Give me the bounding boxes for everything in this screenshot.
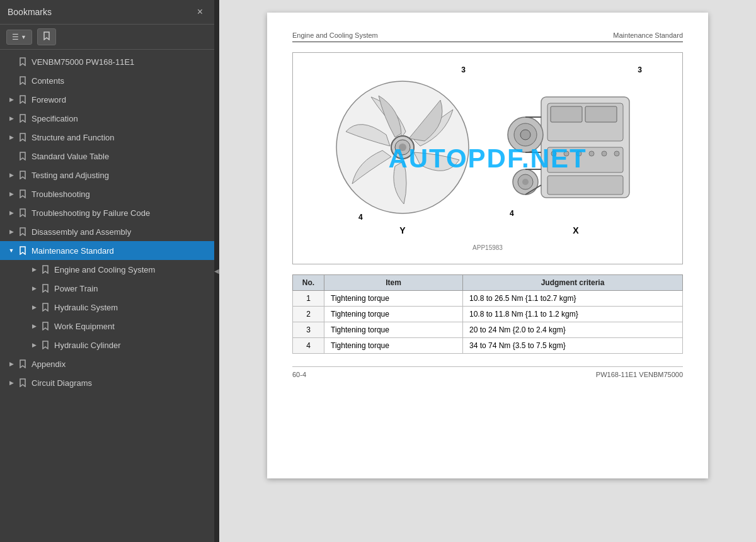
list-view-button[interactable]: ☰ ▼ (6, 30, 32, 45)
table-row: 3 Tightening torque 20 to 24 Nm {2.0 to … (293, 322, 683, 338)
bookmark-icon-hydraulic-system (40, 302, 50, 312)
bookmark-icon-power-train (40, 283, 50, 293)
resize-handle[interactable] (214, 0, 219, 542)
expand-circuit-diagrams: ▶ (6, 380, 16, 386)
sidebar-label-foreword: Foreword (32, 95, 66, 104)
label-4-left: 4 (358, 213, 363, 222)
sidebar-item-work-equipment[interactable]: ▶ Work Equipment (0, 317, 214, 336)
sidebar-label-power-train: Power Train (54, 284, 98, 293)
table-cell-no: 1 (293, 291, 324, 307)
diagram-label-y: Y (399, 225, 405, 235)
svg-point-22 (551, 151, 556, 156)
sidebar-toolbar: ☰ ▼ (0, 25, 214, 50)
table-cell-item: Tightening torque (324, 307, 463, 322)
svg-point-12 (520, 130, 530, 140)
app-id: APP15983 (472, 244, 503, 251)
sidebar-label-specification: Specification (32, 114, 78, 123)
sidebar-item-troubleshooting-fc[interactable]: ▶ Troubleshooting by Failure Code (0, 203, 214, 222)
sidebar-item-specification[interactable]: ▶ Specification (0, 109, 214, 128)
expand-engine-cooling: ▶ (29, 266, 39, 273)
svg-point-17 (522, 179, 529, 185)
collapse-maintenance: ▼ (6, 247, 16, 254)
expand-disassembly: ▶ (6, 229, 16, 235)
sidebar-label-work-equipment: Work Equipment (54, 322, 115, 331)
sidebar-item-svt[interactable]: Standard Value Table (0, 147, 214, 166)
bookmark-view-button[interactable] (37, 28, 56, 45)
table-cell-criteria: 34 to 74 Nm {3.5 to 7.5 kgm} (463, 338, 683, 354)
expand-testing: ▶ (6, 172, 16, 178)
table-cell-item: Tightening torque (324, 322, 463, 338)
sidebar-item-maintenance[interactable]: ▼ Maintenance Standard (0, 241, 214, 260)
bookmark-icon-appendix (18, 359, 28, 369)
svg-point-27 (614, 151, 619, 156)
table-row: 2 Tightening torque 10.8 to 11.8 Nm {1.1… (293, 307, 683, 322)
sidebar-label-engine-cooling: Engine and Cooling System (54, 265, 155, 274)
svg-point-26 (602, 151, 607, 156)
bookmark-icon-work-equipment (40, 321, 50, 331)
expand-specification: ▶ (6, 115, 16, 121)
sidebar-label-structure: Structure and Function (32, 133, 115, 142)
sidebar-label-maintenance: Maintenance Standard (32, 246, 114, 256)
bookmark-icon-circuit-diagrams (18, 378, 28, 388)
sidebar-item-testing[interactable]: ▶ Testing and Adjusting (0, 166, 214, 184)
page-footer-left: 60-4 (292, 371, 306, 378)
bookmark-icon-venbm (18, 57, 28, 67)
chevron-down-icon: ▼ (21, 34, 26, 40)
bookmark-icon-troubleshooting (18, 189, 28, 199)
close-button[interactable]: × (193, 5, 207, 19)
table-row: 1 Tightening torque 10.8 to 26.5 Nm {1.1… (293, 291, 683, 307)
label-3-left: 3 (461, 65, 466, 74)
table-header-no: No. (293, 275, 324, 291)
sidebar-label-disassembly: Disassembly and Assembly (32, 227, 131, 237)
bookmark-icon-foreword (18, 94, 28, 104)
sidebar-item-power-train[interactable]: ▶ Power Train (0, 279, 214, 298)
sidebar-item-circuit-diagrams[interactable]: ▶ Circuit Diagrams (0, 373, 214, 392)
expand-foreword: ▶ (6, 96, 16, 103)
bookmark-icon-structure (18, 132, 28, 142)
table-cell-item: Tightening torque (324, 338, 463, 354)
sidebar-item-contents[interactable]: Contents (0, 71, 214, 90)
table-row: 4 Tightening torque 34 to 74 Nm {3.5 to … (293, 338, 683, 354)
bookmark-icon (43, 31, 50, 42)
table-cell-criteria: 10.8 to 26.5 Nm {1.1 to2.7 kgm} (463, 291, 683, 307)
sidebar-label-contents: Contents (32, 76, 64, 86)
label-4-right: 4 (510, 209, 514, 218)
fan-diagram-svg (327, 72, 478, 223)
sidebar-label-circuit-diagrams: Circuit Diagrams (32, 378, 92, 388)
sidebar-label-testing: Testing and Adjusting (32, 171, 109, 180)
sidebar-item-troubleshooting[interactable]: ▶ Troubleshooting (0, 184, 214, 203)
engine-diagram-svg (503, 72, 648, 223)
sidebar-item-hydraulic-system[interactable]: ▶ Hydraulic System (0, 298, 214, 317)
sidebar-item-hydraulic-cylinder[interactable]: ▶ Hydraulic Cylinder (0, 336, 214, 354)
bookmark-icon-maintenance (18, 246, 28, 256)
table-cell-criteria: 20 to 24 Nm {2.0 to 2.4 kgm} (463, 322, 683, 338)
svg-rect-20 (547, 147, 623, 172)
sidebar-item-disassembly[interactable]: ▶ Disassembly and Assembly (0, 222, 214, 241)
page-paper: Engine and Cooling System Maintenance St… (267, 13, 708, 478)
svg-rect-9 (585, 106, 617, 122)
diagram-box: AUTOPDF.NET 3 (292, 52, 683, 264)
bookmark-icon-disassembly (18, 227, 28, 237)
diagram-images: 3 (306, 65, 670, 242)
bookmark-icon-hydraulic-cylinder (40, 340, 50, 350)
table-cell-item: Tightening torque (324, 291, 463, 307)
sidebar: Bookmarks × ☰ ▼ VENBM75000 PW168-11E1 (0, 0, 214, 542)
expand-work-equipment: ▶ (29, 323, 39, 329)
page-header-left: Engine and Cooling System (292, 31, 378, 39)
data-table: No. Item Judgment criteria 1 Tightening … (292, 274, 683, 354)
sidebar-item-structure[interactable]: ▶ Structure and Function (0, 128, 214, 147)
expand-hydraulic-system: ▶ (29, 304, 39, 310)
page-footer-right: PW168-11E1 VENBM75000 (596, 371, 683, 378)
table-header-item: Item (324, 275, 463, 291)
expand-troubleshooting: ▶ (6, 191, 16, 197)
list-icon: ☰ (12, 33, 19, 42)
table-cell-no: 2 (293, 307, 324, 322)
sidebar-item-appendix[interactable]: ▶ Appendix (0, 354, 214, 373)
expand-structure: ▶ (6, 134, 16, 140)
svg-point-25 (589, 151, 594, 156)
sidebar-item-engine-cooling[interactable]: ▶ Engine and Cooling System (0, 260, 214, 279)
sidebar-item-foreword[interactable]: ▶ Foreword (0, 90, 214, 109)
sidebar-item-venbm[interactable]: VENBM75000 PW168-11E1 (0, 52, 214, 71)
page-footer: 60-4 PW168-11E1 VENBM75000 (292, 366, 683, 378)
expand-power-train: ▶ (29, 285, 39, 291)
